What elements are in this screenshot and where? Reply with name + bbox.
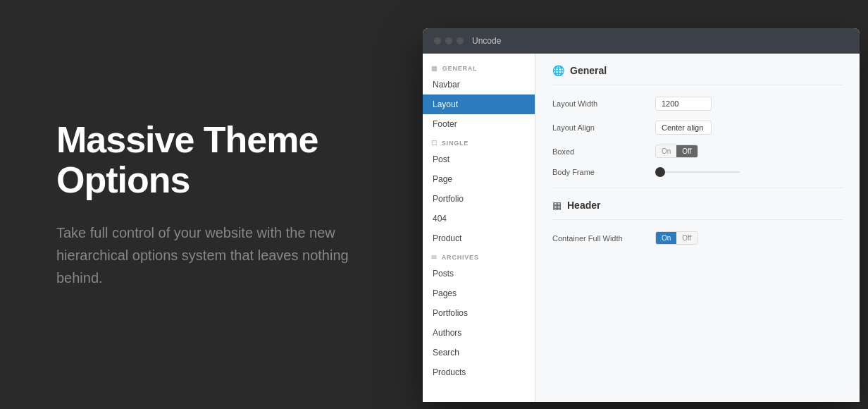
sidebar-item-layout[interactable]: Layout: [423, 94, 535, 114]
boxed-toggle[interactable]: On Off: [655, 145, 698, 158]
general-section-header: 🌐 General: [552, 65, 843, 85]
layout-width-label: Layout Width: [552, 99, 644, 108]
sidebar-item-portfolios[interactable]: Portfolios: [423, 303, 535, 323]
single-section-label: SINGLE: [442, 140, 469, 147]
container-full-width-row: Container Full Width On Off: [552, 231, 843, 245]
left-panel: Massive Theme Options Take full control …: [0, 78, 409, 331]
browser-dot-2: [445, 37, 452, 44]
layout-align-row: Layout Align Center align: [552, 121, 843, 135]
browser-dot-3: [457, 37, 464, 44]
sidebar-section-archives: ✉ ARCHIVES: [423, 248, 535, 264]
section-divider: [552, 188, 843, 188]
general-icon: 🌐: [552, 65, 564, 76]
body-frame-dot[interactable]: [655, 167, 665, 177]
body-frame-slider[interactable]: [655, 171, 740, 173]
sidebar-item-page[interactable]: Page: [423, 169, 535, 189]
browser-title: Uncode: [472, 36, 501, 46]
general-section-icon: ▦: [431, 65, 438, 72]
main-content: 🌐 General Layout Width 1200 Layout Align…: [535, 54, 860, 402]
general-section-label: GENERAL: [442, 65, 478, 72]
sidebar-item-product[interactable]: Product: [423, 228, 535, 248]
boxed-label: Boxed: [552, 147, 644, 156]
body-frame-label: Body Frame: [552, 168, 644, 176]
header-icon: ▦: [552, 200, 562, 211]
sidebar-section-single: ☐ SINGLE: [423, 134, 535, 149]
sidebar-item-footer[interactable]: Footer: [423, 114, 535, 134]
browser-dots: [434, 37, 464, 44]
sidebar-item-post[interactable]: Post: [423, 149, 535, 169]
layout-align-label: Layout Align: [552, 123, 644, 132]
sidebar-item-portfolio[interactable]: Portfolio: [423, 189, 535, 209]
body-frame-row: Body Frame: [552, 168, 843, 176]
sidebar: ▦ GENERAL Navbar Layout Footer ☐ SINGLE …: [423, 54, 535, 402]
container-full-width-toggle[interactable]: On Off: [655, 231, 698, 245]
sidebar-item-navbar[interactable]: Navbar: [423, 75, 535, 94]
boxed-row: Boxed On Off: [552, 145, 843, 158]
app-container: ▦ GENERAL Navbar Layout Footer ☐ SINGLE …: [423, 54, 860, 402]
general-title: General: [570, 65, 607, 76]
container-full-width-label: Container Full Width: [552, 234, 644, 243]
sidebar-item-posts[interactable]: Posts: [423, 264, 535, 283]
container-on[interactable]: On: [656, 232, 676, 244]
single-section-icon: ☐: [431, 140, 438, 147]
sidebar-item-authors[interactable]: Authors: [423, 323, 535, 343]
browser-titlebar: Uncode: [423, 28, 860, 54]
sidebar-item-products[interactable]: Products: [423, 362, 535, 382]
archives-section-icon: ✉: [431, 254, 438, 261]
layout-align-value[interactable]: Center align: [655, 121, 712, 135]
sidebar-section-general: ▦ GENERAL: [423, 59, 535, 75]
sidebar-item-search[interactable]: Search: [423, 343, 535, 362]
header-section-header: ▦ Header: [552, 200, 843, 220]
container-off[interactable]: Off: [676, 232, 697, 244]
archives-section-label: ARCHIVES: [442, 254, 479, 261]
right-panel: Uncode ▦ GENERAL Navbar Layout Footer ☐ …: [409, 0, 868, 409]
headline: Massive Theme Options: [56, 120, 352, 200]
browser-dot-1: [434, 37, 441, 44]
sidebar-item-pages[interactable]: Pages: [423, 283, 535, 303]
header-title: Header: [567, 200, 600, 211]
sidebar-item-404[interactable]: 404: [423, 209, 535, 228]
browser-window: Uncode ▦ GENERAL Navbar Layout Footer ☐ …: [423, 28, 860, 402]
layout-width-row: Layout Width 1200: [552, 97, 843, 111]
subtext: Take full control of your website with t…: [56, 221, 352, 289]
boxed-on[interactable]: On: [656, 145, 676, 157]
layout-width-value[interactable]: 1200: [655, 97, 712, 111]
boxed-off[interactable]: Off: [676, 145, 697, 157]
